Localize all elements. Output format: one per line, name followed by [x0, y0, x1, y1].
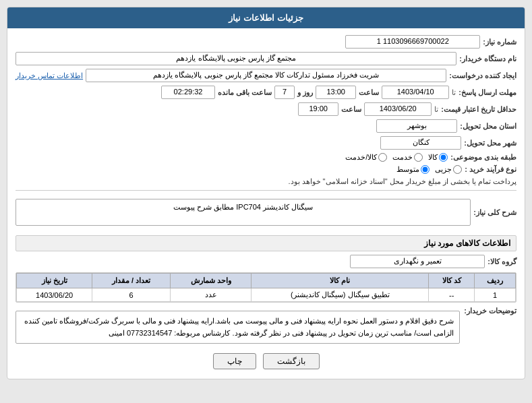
tawzih-row: توضیحات خریدار: شرح دقیق اقلام و دستور ا… — [16, 307, 516, 348]
cell-tarikhniaz: 1403/06/20 — [17, 288, 92, 302]
radio-jozei: جزیی — [435, 165, 462, 174]
nam-dastgah-value: مجتمع گاز پارس جنوبی پالایشگاه یازدهم — [16, 52, 456, 65]
buttons-row: بازگشت چاپ — [16, 353, 516, 369]
radio-kala-khadamat: کالا/خدمت — [345, 153, 387, 162]
table-row: 1--تطبیق سیگنال (سیگنال کاندیشنر)عدد6140… — [17, 288, 516, 302]
tabaghe-radios: کالا خدمت کالا/خدمت — [345, 153, 448, 162]
radio-khadamat: خدمت — [392, 153, 423, 162]
kala-table: ردیف کد کالا نام کالا واحد شمارش تعداد /… — [16, 273, 516, 302]
chap-button[interactable]: چاپ — [213, 353, 256, 369]
kala-table-container: ردیف کد کالا نام کالا واحد شمارش تعداد /… — [16, 272, 516, 303]
divider1 — [16, 190, 516, 191]
radio-khadamat-input[interactable] — [414, 153, 423, 162]
row-ijad: ایجاد کننده درخواست: شریت فخرزاد مسئول ت… — [16, 69, 516, 82]
row-hadaqal: حداقل تاریخ اعتبار قیمت: تا 1403/06/20 س… — [16, 102, 516, 116]
row-ostan: استان محل تحویل: بوشهر — [16, 119, 516, 133]
cell-namkala: تطبیق سیگنال (سیگنال کاندیشنر) — [252, 288, 429, 302]
tarikh-value2: 1403/06/20 — [364, 102, 432, 116]
row-tabaghe: طبقه بندی موضوعی: کالا خدمت کالا/خدمت — [16, 153, 516, 162]
content-area: شماره نیاز: 1103096669700022 1 نام دستگا… — [7, 28, 525, 379]
col-vahed: واحد شمارش — [170, 274, 251, 288]
mohlat-label: مهلت ارسال پاسخ: — [459, 88, 516, 97]
page-header: جزئیات اطلاعات نیاز — [7, 7, 525, 28]
radio-khadamat-label: خدمت — [392, 153, 413, 162]
col-nam-kala: نام کالا — [252, 274, 429, 288]
row-groupe-kala: گروه کالا: تعمیر و نگهداری — [16, 255, 516, 268]
ijad-label: ایجاد کننده درخواست: — [449, 71, 516, 80]
tarikh-value1: 1403/04/10 — [382, 86, 449, 99]
cell-tedad: 6 — [92, 288, 171, 302]
radio-kala-input[interactable] — [439, 153, 448, 162]
radio-kala-khadamat-input[interactable] — [378, 153, 387, 162]
col-tedad: تعداد / مقدار — [92, 274, 171, 288]
table-header-row: ردیف کد کالا نام کالا واحد شمارش تعداد /… — [17, 274, 516, 288]
groupe-kala-label: گروه کالا: — [487, 257, 516, 266]
radio-kala-label: کالا — [428, 153, 438, 162]
baghi-mande-label: ساعت باقی مانده — [218, 88, 272, 97]
radio-jozei-input[interactable] — [453, 165, 462, 174]
saat-label2: ساعت — [341, 105, 361, 114]
nam-dastgah-label: نام دستگاه خریدار: — [459, 55, 516, 63]
cell-vahedshomarsh: عدد — [170, 288, 251, 302]
ittilaat-tamas-link[interactable]: اطلاعات تماس خریدار — [16, 71, 83, 80]
rooz-label: روز و — [297, 88, 313, 97]
groupe-kala-value: تعمیر و نگهداری — [350, 255, 485, 268]
farayand-radios: جزیی متوسط — [396, 165, 462, 174]
masool-value: شریت فخرزاد مسئول تداركات كالا مجتمع گاز… — [86, 69, 446, 82]
ta-text2: تا — [434, 105, 438, 114]
rooz-value: 7 — [274, 86, 295, 99]
row-sharh-kolli: شرح کلی نیاز: سیگنال کاندیشنر IPC704 مطا… — [16, 195, 516, 230]
row-noe-farayand: نوع فرآیند خرید : جزیی متوسط — [16, 165, 516, 174]
saat-value1: 13:00 — [316, 86, 356, 99]
shomare-niaz-value: 1103096669700022 1 — [345, 35, 480, 49]
cell-kodkala: -- — [429, 288, 475, 302]
col-kod-kala: کد کالا — [429, 274, 475, 288]
main-container: جزئیات اطلاعات نیاز شماره نیاز: 11030966… — [7, 7, 525, 379]
baghi-mande-value: 02:29:32 — [161, 86, 215, 99]
shomare-niaz-label: شماره نیاز: — [483, 38, 516, 46]
radio-motovaset: متوسط — [396, 165, 430, 174]
saat-value2: 19:00 — [298, 102, 338, 116]
tawzih-value: شرح دقیق اقلام و دستور العمل نحوه ارایه … — [16, 311, 460, 344]
sharh-kolli-label: شرح کلی نیاز: — [473, 208, 516, 217]
col-radif: ردیف — [475, 274, 516, 288]
radio-kala-khadamat-label: کالا/خدمت — [345, 153, 377, 162]
row-shomare-niaz: شماره نیاز: 1103096669700022 1 — [16, 35, 516, 49]
col-tarikh-niaz: تاریخ نیاز — [17, 274, 92, 288]
row-mohlat: مهلت ارسال پاسخ: تا 1403/04/10 ساعت 13:0… — [16, 86, 516, 99]
radio-kala: کالا — [428, 153, 448, 162]
row-shahr: شهر محل تحویل: کنگان — [16, 136, 516, 150]
pardakht-note: پرداخت تمام یا بخشی از مبلغ خریدار محل "… — [288, 177, 516, 186]
ostan-value: بوشهر — [376, 119, 457, 133]
ta-text: تا — [452, 88, 456, 97]
tawzih-label: توضیحات خریدار: — [464, 307, 516, 315]
saat-label1: ساعت — [359, 88, 379, 97]
noe-farayand-label: نوع فرآیند خرید : — [465, 165, 516, 174]
ostan-label: استان محل تحویل: — [460, 122, 516, 131]
row-pardakht-note: پرداخت تمام یا بخشی از مبلغ خریدار محل "… — [16, 177, 516, 186]
sharh-kolli-value: سیگنال کاندیشنر IPC704 مطابق شرح پیوست — [16, 199, 471, 226]
shahr-label: شهر محل تحویل: — [464, 139, 516, 148]
tabaghe-label: طبقه بندی موضوعی: — [450, 153, 516, 162]
cell-radif: 1 — [475, 288, 516, 302]
radio-motovaset-label: متوسط — [396, 165, 419, 174]
page-title: جزئیات اطلاعات نیاز — [229, 13, 303, 23]
shahr-value: کنگان — [380, 136, 461, 150]
radio-motovaset-input[interactable] — [421, 165, 430, 174]
hadaqal-label: حداقل تاریخ اعتبار قیمت: — [441, 105, 516, 114]
bazgasht-button[interactable]: بازگشت — [263, 353, 320, 369]
info-section-title: اطلاعات کالاهای مورد نیاز — [16, 235, 516, 251]
row-nam-dastgah: نام دستگاه خریدار: مجتمع گاز پارس جنوبی … — [16, 52, 516, 65]
radio-jozei-label: جزیی — [435, 165, 452, 174]
